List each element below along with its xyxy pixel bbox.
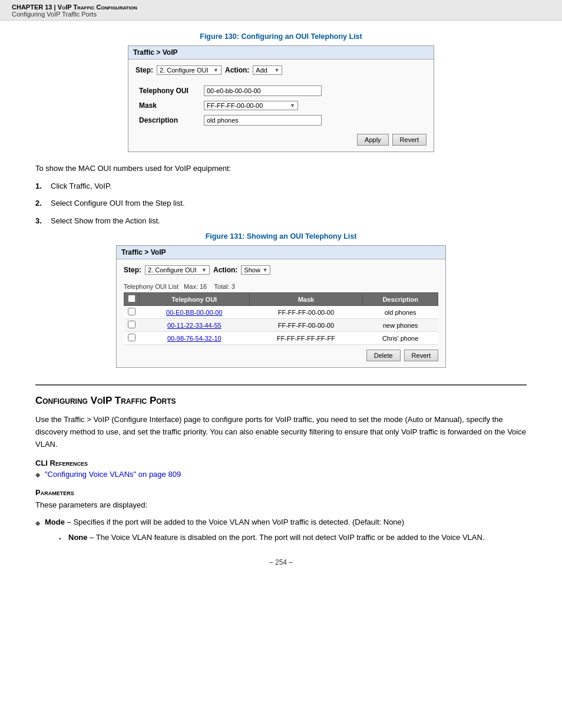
sub-param-none-name: None (68, 533, 88, 542)
row-1-oui: 00-E0-BB-00-00-00 (140, 306, 250, 319)
panel-131-title: Traffic > VoIP (117, 246, 445, 259)
step-1: 1. Click Traffic, VoIP. (35, 180, 527, 192)
sub-param-none-text: None – The Voice VLAN feature is disable… (68, 532, 485, 543)
action-label-131: Action: (213, 266, 237, 274)
step-label-130: Step: (135, 66, 153, 74)
btn-row-130: Apply Revert (135, 134, 427, 146)
row-3-desc: Chris' phone (363, 332, 438, 345)
panel-130-body: Step: 2. Configure OUI ▼ Action: Add ▼ T… (128, 60, 434, 151)
col-header-desc: Description (363, 293, 438, 306)
oui-table: Telephony OUI Mask Description 00-E0-BB-… (124, 292, 438, 345)
step-1-text: Click Traffic, VoIP. (51, 180, 112, 192)
col-header-check (124, 293, 140, 306)
delete-button-131[interactable]: Delete (366, 350, 401, 361)
oui-table-head: Telephony OUI Mask Description (124, 293, 438, 306)
page-header: CHAPTER 13 | VoIP Traffic Configuration … (0, 0, 562, 21)
step-select-value: 2. Configure OUI (160, 67, 209, 74)
step-row-130: Step: 2. Configure OUI ▼ Action: Add ▼ (135, 65, 427, 75)
step-row-131: Step: 2. Configure OUI ▼ Action: Show ▼ (124, 265, 438, 275)
chapter-line: CHAPTER 13 | VoIP Traffic Configuration (12, 4, 550, 11)
action-select-131[interactable]: Show ▼ (241, 265, 270, 275)
telephony-oui-label: Telephony OUI (135, 83, 200, 98)
row-2-check (124, 319, 140, 332)
max-label: Max: 16 (184, 283, 207, 290)
telephony-oui-cell (200, 83, 427, 98)
params-intro: These parameters are displayed: (35, 499, 527, 512)
section-heading: Configuring VoIP Traffic Ports (35, 395, 527, 407)
action-label-130: Action: (225, 66, 249, 74)
step-3-num: 3. (35, 215, 46, 227)
mask-label: Mask (135, 98, 200, 113)
table-row: 00-98-76-54-32-10 FF-FF-FF-FF-FF-FF Chri… (124, 332, 438, 345)
row-1-mask: FF-FF-FF-00-00-00 (249, 306, 363, 319)
action-select-value-131: Show (244, 266, 260, 274)
cli-heading: CLI References (35, 459, 527, 467)
figure-131-panel: Traffic > VoIP Step: 2. Configure OUI ▼ … (116, 245, 446, 368)
step-select-130[interactable]: 2. Configure OUI ▼ (157, 65, 222, 75)
form-table-130: Telephony OUI Mask FF-FF-FF-00-00-00 ▼ (135, 83, 427, 128)
table-row: 00-E0-BB-00-00-00 FF-FF-FF-00-00-00 old … (124, 306, 438, 319)
mask-row: Mask FF-FF-FF-00-00-00 ▼ (135, 98, 427, 113)
step-2-text: Select Configure OUI from the Step list. (51, 197, 185, 209)
description-label: Description (135, 113, 200, 128)
oui-list-header: Telephony OUI List Max: 16 Total: 3 (124, 283, 438, 290)
panel-130-title: Traffic > VoIP (128, 46, 434, 60)
sub-param-none: ▪ None – The Voice VLAN feature is disab… (59, 532, 527, 543)
description-row: Description (135, 113, 427, 128)
step-select-131[interactable]: 2. Configure OUI ▼ (145, 265, 210, 275)
row-2-checkbox[interactable] (128, 321, 135, 328)
sub-title: Configuring VoIP Traffic Ports (12, 11, 550, 18)
sub-param-list-mode: ▪ None – The Voice VLAN feature is disab… (59, 532, 527, 543)
row-2-desc: new phones (363, 319, 438, 332)
action-select-arrow-131: ▼ (262, 267, 267, 273)
param-mode: ◆ Mode – Specifies if the port will be a… (35, 516, 527, 546)
row-1-checkbox[interactable] (128, 308, 135, 315)
cli-link[interactable]: "Configuring Voice VLANs" on page 809 (45, 470, 181, 479)
figure-130-panel: Traffic > VoIP Step: 2. Configure OUI ▼ … (128, 45, 434, 152)
row-2-oui: 00-11-22-33-44-55 (140, 319, 250, 332)
diamond-icon: ◆ (35, 471, 41, 479)
row-2-mask: FF-FF-FF-00-00-00 (249, 319, 363, 332)
telephony-oui-input[interactable] (204, 85, 322, 96)
figure-131-caption: Figure 131: Showing an OUI Telephony Lis… (35, 232, 527, 241)
panel-131-body: Step: 2. Configure OUI ▼ Action: Show ▼ … (117, 259, 445, 367)
param-mode-desc: Mode – Specifies if the port will be add… (45, 516, 527, 546)
description-input[interactable] (204, 115, 322, 126)
row-3-oui: 00-98-76-54-32-10 (140, 332, 250, 345)
col-header-mask: Mask (249, 293, 363, 306)
mask-select-arrow: ▼ (290, 103, 295, 108)
section-divider (35, 384, 527, 386)
section-body: Use the Traffic > VoIP (Configure Interf… (35, 414, 527, 450)
body-text-oui: To show the MAC OUI numbers used for VoI… (35, 163, 527, 174)
row-1-check (124, 306, 140, 319)
total-label: Total: 3 (214, 283, 234, 290)
step-3-text: Select Show from the Action list. (51, 215, 160, 227)
row-1-desc: old phones (363, 306, 438, 319)
apply-button-130[interactable]: Apply (357, 134, 389, 146)
header-separator: | (54, 4, 56, 11)
table-row: 00-11-22-33-44-55 FF-FF-FF-00-00-00 new … (124, 319, 438, 332)
step-3: 3. Select Show from the Action list. (35, 215, 527, 227)
list-header-label: Telephony OUI List (124, 283, 178, 290)
action-select-arrow: ▼ (274, 67, 279, 73)
steps-list: 1. Click Traffic, VoIP. 2. Select Config… (35, 180, 527, 227)
action-select-value: Add (256, 67, 267, 74)
param-mode-name: Mode (45, 518, 65, 526)
mask-select[interactable]: FF-FF-FF-00-00-00 ▼ (204, 101, 298, 110)
col-header-oui: Telephony OUI (140, 293, 250, 306)
row-3-checkbox[interactable] (128, 334, 135, 341)
main-content: Figure 130: Configuring an OUI Telephony… (0, 21, 562, 578)
square-icon: ▪ (59, 534, 65, 543)
action-select-130[interactable]: Add ▼ (253, 65, 282, 75)
row-3-check (124, 332, 140, 345)
revert-button-131[interactable]: Revert (404, 350, 438, 361)
cli-ref-item: ◆ "Configuring Voice VLANs" on page 809 (35, 470, 527, 479)
param-mode-text: – Specifies if the port will be added to… (67, 518, 405, 526)
revert-button-130[interactable]: Revert (392, 134, 427, 146)
params-heading: Parameters (35, 488, 527, 497)
oui-table-body: 00-E0-BB-00-00-00 FF-FF-FF-00-00-00 old … (124, 306, 438, 345)
step-1-num: 1. (35, 180, 46, 192)
chapter-number: CHAPTER 13 (12, 4, 52, 11)
select-all-checkbox[interactable] (128, 295, 135, 302)
step-select-value-131: 2. Configure OUI (148, 266, 197, 274)
